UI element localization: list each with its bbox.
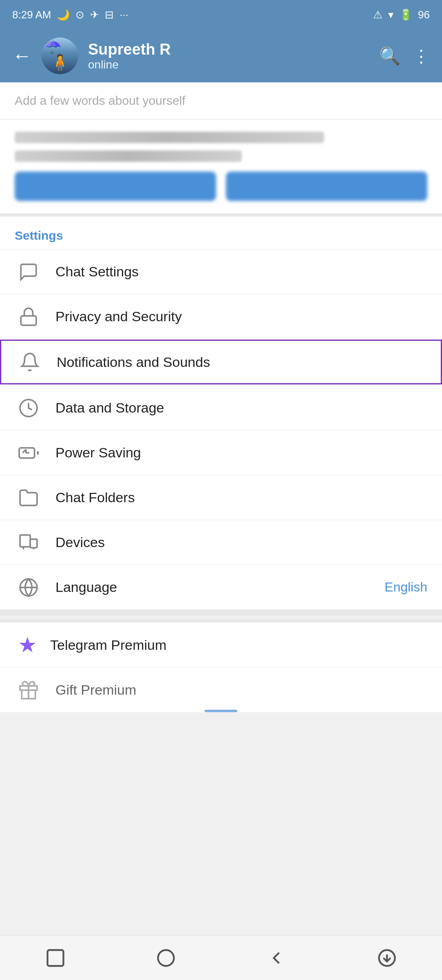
dots-icon: ··· [119, 9, 128, 21]
language-icon [15, 574, 42, 601]
telegram-premium-label: Telegram Premium [50, 637, 427, 653]
status-left: 8:29 AM 🌙 ⊙ ✈ ⊟ ··· [12, 9, 128, 21]
chat-folders-icon [15, 484, 42, 512]
top-bar: ← ☂️ 🧍 Supreeth R online 🔍 ⋮ [0, 29, 442, 82]
more-options-button[interactable]: ⋮ [413, 46, 430, 66]
bio-placeholder: Add a few words about yourself [15, 94, 186, 107]
bottom-nav [0, 935, 442, 980]
gift-box-icon [18, 680, 39, 700]
svg-rect-15 [47, 950, 63, 966]
menu-item-power-saving[interactable]: Power Saving [0, 430, 442, 475]
status-right: ⚠ ▾ 🔋 96 [373, 9, 430, 21]
download-icon [376, 947, 398, 969]
nav-back-button[interactable] [260, 942, 293, 974]
blurred-line-2 [15, 150, 242, 162]
user-name: Supreeth R [88, 41, 369, 58]
svg-rect-8 [30, 539, 37, 547]
warning-icon: ⚠ [373, 9, 382, 21]
menu-item-privacy-security[interactable]: Privacy and Security [0, 294, 442, 339]
svg-rect-7 [20, 535, 30, 547]
premium-star-icon: ★ [18, 633, 37, 657]
menu-item-devices[interactable]: Devices [0, 520, 442, 565]
devices-label: Devices [55, 534, 427, 550]
chat-settings-label: Chat Settings [55, 264, 427, 280]
power-saving-icon [15, 439, 42, 467]
device-icon [18, 532, 39, 553]
notification-icon: ⊟ [105, 9, 114, 21]
blurred-info-section [0, 119, 442, 216]
bio-section[interactable]: Add a few words about yourself [0, 82, 442, 119]
svg-point-16 [158, 950, 174, 966]
data-storage-label: Data and Storage [55, 400, 427, 416]
telegram-send-icon: ✈ [90, 9, 99, 21]
nav-square-button[interactable] [39, 942, 72, 974]
menu-item-chat-settings[interactable]: Chat Settings [0, 249, 442, 294]
battery-level: 96 [418, 9, 430, 21]
blurred-line-1 [15, 132, 324, 143]
user-status: online [88, 58, 369, 71]
umbrella-icon: ☂️ [45, 39, 61, 55]
scroll-indicator [205, 710, 237, 712]
menu-item-chat-folders[interactable]: Chat Folders [0, 475, 442, 520]
square-icon [45, 947, 66, 969]
section-divider [0, 609, 442, 616]
chat-folders-label: Chat Folders [55, 490, 427, 505]
devices-icon [15, 529, 42, 556]
chat-bubble-icon [18, 262, 39, 282]
status-bar: 8:29 AM 🌙 ⊙ ✈ ⊟ ··· ⚠ ▾ 🔋 96 [0, 0, 442, 29]
menu-item-gift-premium[interactable]: Gift Premium [0, 667, 442, 712]
notifications-sounds-label: Notifications and Sounds [57, 354, 426, 370]
language-value: English [385, 580, 427, 595]
back-button[interactable]: ← [12, 46, 32, 66]
language-label: Language [55, 579, 385, 595]
folder-icon [18, 488, 39, 508]
globe-icon [18, 577, 39, 598]
settings-header: Settings [0, 216, 442, 249]
gift-icon [15, 676, 42, 704]
clock-icon [18, 398, 39, 418]
person-icon: 🧍 [50, 53, 70, 73]
circle-icon [155, 947, 177, 969]
power-saving-label: Power Saving [55, 445, 427, 461]
wifi-icon: ▾ [388, 9, 393, 21]
battery-icon [18, 443, 39, 463]
whatsapp-icon: ⊙ [75, 9, 84, 21]
blurred-btn-1 [15, 172, 216, 201]
menu-item-telegram-premium[interactable]: ★ Telegram Premium [0, 622, 442, 667]
bell-icon [20, 352, 40, 372]
menu-item-language[interactable]: Language English [0, 565, 442, 609]
nav-circle-button[interactable] [150, 942, 182, 974]
chat-settings-icon [15, 258, 42, 286]
menu-item-notifications-sounds[interactable]: Notifications and Sounds [0, 340, 442, 384]
privacy-security-label: Privacy and Security [55, 309, 427, 324]
bottom-spacer [0, 712, 442, 761]
settings-section: Settings Chat Settings Privacy and Secur… [0, 216, 442, 609]
top-bar-icons: 🔍 ⋮ [379, 46, 430, 66]
blurred-buttons [15, 172, 427, 201]
lock-icon [18, 307, 39, 327]
data-storage-icon [15, 394, 42, 422]
notifications-sounds-icon [16, 348, 44, 376]
user-info: Supreeth R online [88, 41, 369, 71]
nav-download-button[interactable] [371, 942, 403, 974]
avatar: ☂️ 🧍 [42, 38, 78, 74]
back-arrow-icon [266, 947, 287, 969]
privacy-security-icon [15, 303, 42, 331]
premium-section: ★ Telegram Premium Gift Premium [0, 619, 442, 712]
gift-premium-label: Gift Premium [55, 682, 427, 698]
moon-icon: 🌙 [57, 9, 70, 21]
time-display: 8:29 AM [12, 9, 51, 21]
search-button[interactable]: 🔍 [379, 46, 400, 66]
menu-item-data-storage[interactable]: Data and Storage [0, 385, 442, 430]
svg-rect-0 [21, 316, 36, 325]
blurred-btn-2 [226, 172, 427, 201]
battery-icon: 🔋 [399, 9, 412, 21]
